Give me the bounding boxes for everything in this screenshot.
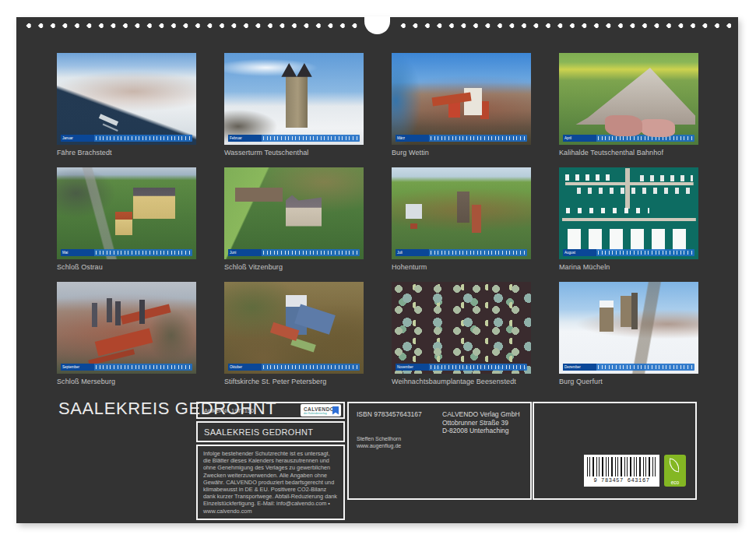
photo-marina-muecheln: August xyxy=(559,167,698,259)
photo-schloss-ostrau: Mai xyxy=(57,167,196,259)
month-tile-may: Mai Schloß Ostrau xyxy=(57,167,196,271)
calendar-days-strip: Mai xyxy=(61,249,192,256)
thumbnail-caption: Burg Querfurt xyxy=(559,378,698,386)
photo-burg-querfurt: Dezember xyxy=(559,282,698,374)
photo-weihnachtsbaumplantage: November xyxy=(392,282,531,374)
photo-wasserturm-teutschenthal: Februar xyxy=(224,53,364,145)
author-website: www.augenflug.de xyxy=(357,442,434,449)
isbn-author-column: ISBN 9783457643167 Steffen Schellhorn ww… xyxy=(357,410,434,491)
thumbnail-caption: Schloß Ostrau xyxy=(57,263,196,272)
day-numbers xyxy=(96,251,191,255)
calendar-days-strip: August xyxy=(563,249,694,256)
thumbnail-caption: Stiftskirche St. Peter Petersberg xyxy=(224,378,364,386)
month-label: Juni xyxy=(228,249,262,256)
calendar-days-strip: März xyxy=(396,135,527,142)
month-tile-february: Februar Wasserturm Teutschenthal xyxy=(224,53,364,156)
month-tile-march: März Burg Wettin xyxy=(392,53,531,156)
photo-stiftskirche-petersberg: Oktober xyxy=(224,282,364,374)
month-label: September xyxy=(61,364,94,371)
publisher-street: Ottobrunner Straße 39 xyxy=(442,419,522,427)
author-credit: Steffen Schellhorn www.augenflug.de xyxy=(357,435,434,449)
month-tile-august: August Marina Mücheln xyxy=(559,167,698,271)
calendar-days-strip: Januar xyxy=(61,135,192,142)
month-tile-november: November Weihnachtsbaumplantage Beesenst… xyxy=(392,282,531,385)
thumbnail-caption: Fähre Brachstedt xyxy=(57,149,196,157)
ean-barcode: 9 783457 643167 xyxy=(584,455,659,487)
thumbnail-caption: Kalihalde Teutschenthal Bahnhof xyxy=(559,149,698,157)
month-label: Oktober xyxy=(228,364,262,371)
day-numbers xyxy=(263,136,358,140)
photo-schloss-vitzenburg: Juni xyxy=(224,167,364,259)
calendar-title: SAALEKREIS GEDROHNT xyxy=(58,399,276,419)
day-numbers xyxy=(431,365,526,369)
day-numbers xyxy=(431,136,526,140)
eco-badge: eco xyxy=(664,455,686,487)
month-tile-july: Juli Hohenturm xyxy=(392,167,531,271)
day-numbers xyxy=(431,251,526,255)
legal-text: Infolge bestehender Schutzrechte ist es … xyxy=(203,450,338,515)
month-label: Februar xyxy=(228,135,262,142)
title-box: SAALEKREIS GEDROHNT xyxy=(196,421,345,442)
spiral-binding-holes-right xyxy=(398,22,731,30)
hanger-notch xyxy=(364,16,390,34)
day-numbers xyxy=(598,251,693,255)
barcode-digits: 9 783457 643167 xyxy=(587,477,656,483)
month-label: Mai xyxy=(61,249,94,256)
calendar-days-strip: Oktober xyxy=(228,364,360,371)
month-label: April xyxy=(563,135,596,142)
day-numbers xyxy=(96,136,191,140)
thumbnail-caption: Wasserturm Teutschenthal xyxy=(224,149,364,157)
day-numbers xyxy=(263,365,358,369)
thumbnail-caption: Hohenturm xyxy=(392,263,531,272)
month-label: März xyxy=(396,135,429,142)
publisher-info-box: ISBN 9783457643167 Steffen Schellhorn ww… xyxy=(347,402,532,500)
day-numbers xyxy=(263,251,358,255)
thumbnail-caption: Schloß Merseburg xyxy=(57,378,196,386)
spiral-binding-holes-left xyxy=(23,22,360,30)
calvendo-logo: CALVENDO der Kalenderverlag xyxy=(301,404,341,417)
calendar-days-strip: Juni xyxy=(228,249,360,256)
barcode-box: 9 783457 643167 eco xyxy=(533,402,697,500)
thumbnail-caption: Marina Mücheln xyxy=(559,263,698,272)
isbn-number: ISBN 9783457643167 xyxy=(357,410,434,418)
eco-label: eco xyxy=(664,480,686,485)
month-label: Juli xyxy=(396,249,429,256)
publisher-name: CALVENDO Verlag GmbH xyxy=(442,410,522,419)
author-name: Steffen Schellhorn xyxy=(357,435,434,442)
day-numbers xyxy=(598,136,693,140)
calendar-back-panel: Januar Fähre Brachstedt Februar Wassertu… xyxy=(16,17,738,523)
photo-burg-wettin: März xyxy=(392,53,531,145)
thumbnail-caption: Schloß Vitzenburg xyxy=(224,263,364,272)
month-tile-june: Juni Schloß Vitzenburg xyxy=(224,167,364,271)
day-numbers xyxy=(598,365,693,369)
month-tile-september: September Schloß Merseburg xyxy=(57,282,196,385)
month-tile-october: Oktober Stiftskirche St. Peter Petersber… xyxy=(224,282,364,385)
month-label: Dezember xyxy=(563,364,596,371)
photo-faehre-brachstedt: Januar xyxy=(57,53,196,145)
calendar-days-strip: April xyxy=(563,135,694,142)
month-tile-january: Januar Fähre Brachstedt xyxy=(57,53,196,156)
month-label: November xyxy=(396,364,429,371)
photo-kalihalde-teutschenthal: April xyxy=(559,53,698,145)
photo-schloss-merseburg: September xyxy=(57,282,196,374)
month-thumbnails-grid: Januar Fähre Brachstedt Februar Wassertu… xyxy=(57,53,698,385)
calendar-days-strip: Dezember xyxy=(563,364,694,371)
calendar-days-strip: September xyxy=(61,364,192,371)
product-info-group: Artikel-Nr. 1978150 CALVENDO der Kalende… xyxy=(196,402,345,520)
leaf-icon xyxy=(668,458,680,472)
photo-hohenturm: Juli xyxy=(392,167,531,259)
month-tile-december: Dezember Burg Querfurt xyxy=(559,282,698,385)
day-numbers xyxy=(96,365,191,369)
month-tile-april: April Kalihalde Teutschenthal Bahnhof xyxy=(559,53,698,156)
month-label: Januar xyxy=(61,135,94,142)
calendar-days-strip: Februar xyxy=(228,135,360,142)
publisher-city: D-82008 Unterhaching xyxy=(442,427,522,435)
barcode-bars xyxy=(587,457,656,476)
thumbnail-caption: Burg Wettin xyxy=(392,149,531,157)
legal-text-box: Infolge bestehender Schutzrechte ist es … xyxy=(196,445,345,520)
thumbnail-caption: Weihnachtsbaumplantage Beesenstedt xyxy=(392,378,531,386)
calendar-days-strip: November xyxy=(396,364,527,371)
calendar-days-strip: Juli xyxy=(396,249,527,256)
publisher-address: CALVENDO Verlag GmbH Ottobrunner Straße … xyxy=(442,410,522,491)
month-label: August xyxy=(563,249,596,256)
